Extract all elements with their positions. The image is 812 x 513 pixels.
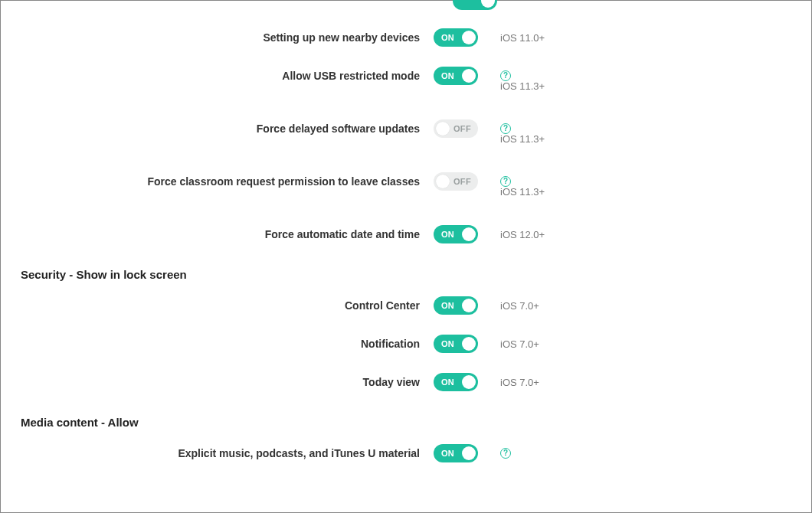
- version-row-delayed-updates: iOS 11.3+: [1, 133, 811, 145]
- toggle-classroom-leave[interactable]: OFF: [434, 172, 478, 191]
- toggle-knob: [462, 227, 476, 241]
- toggle-on-label: ON: [441, 377, 454, 387]
- version-row-classroom-leave: iOS 11.3+: [1, 186, 811, 198]
- section-header-lock-screen: Security - Show in lock screen: [1, 263, 811, 296]
- version-label: iOS 7.0+: [500, 300, 539, 312]
- version-label: iOS 12.0+: [500, 229, 545, 240]
- toggle-usb-restricted[interactable]: ON: [434, 67, 478, 85]
- toggle-knob: [436, 122, 450, 136]
- setting-label: Notification: [1, 338, 434, 350]
- toggle-knob: [462, 31, 476, 44]
- help-icon[interactable]: ?: [500, 176, 511, 187]
- version-label: iOS 11.0+: [500, 32, 545, 44]
- setting-label: Setting up new nearby devices: [1, 31, 434, 44]
- toggle-nearby-devices[interactable]: ON: [434, 28, 478, 47]
- toggle-explicit[interactable]: ON: [434, 444, 478, 462]
- toggle-control-center[interactable]: ON: [434, 296, 478, 315]
- toggle-today-view[interactable]: ON: [434, 373, 478, 391]
- setting-row-explicit: Explicit music, podcasts, and iTunes U m…: [1, 444, 811, 462]
- toggle-knob: [481, 0, 495, 8]
- toggle-notification[interactable]: ON: [434, 335, 478, 353]
- setting-row-today-view: Today view ON iOS 7.0+: [1, 373, 811, 391]
- toggle-knob: [462, 337, 476, 351]
- toggle-knob: [436, 175, 450, 188]
- toggle-on-label: ON: [441, 339, 454, 348]
- toggle-knob: [462, 69, 476, 83]
- toggle-on-label: ON: [441, 33, 454, 42]
- version-label: iOS 7.0+: [500, 377, 539, 388]
- setting-row-control-center: Control Center ON iOS 7.0+: [1, 296, 811, 315]
- toggle-on-label: ON: [441, 301, 454, 310]
- toggle-off-label: OFF: [453, 177, 471, 186]
- setting-row-auto-datetime: Force automatic date and time ON iOS 12.…: [1, 225, 811, 243]
- help-icon[interactable]: ?: [500, 70, 511, 81]
- toggle-knob: [462, 446, 476, 460]
- toggle-partial-top[interactable]: [453, 0, 497, 10]
- section-header-media-content: Media content - Allow: [1, 411, 811, 444]
- toggle-off-label: OFF: [453, 124, 471, 133]
- version-label: iOS 11.3+: [491, 186, 545, 198]
- help-icon[interactable]: ?: [500, 123, 511, 134]
- toggle-auto-datetime[interactable]: ON: [434, 225, 478, 243]
- setting-label: Force automatic date and time: [1, 228, 434, 240]
- setting-label: Control Center: [1, 299, 434, 312]
- toggle-on-label: ON: [441, 449, 454, 458]
- toggle-on-label: ON: [441, 71, 454, 80]
- toggle-delayed-updates[interactable]: OFF: [434, 119, 478, 138]
- help-icon[interactable]: ?: [500, 448, 511, 459]
- toggle-on-label: ON: [441, 230, 454, 239]
- setting-label: Explicit music, podcasts, and iTunes U m…: [1, 447, 434, 459]
- setting-row-nearby-devices: Setting up new nearby devices ON iOS 11.…: [1, 28, 811, 47]
- version-label: iOS 11.3+: [491, 133, 545, 145]
- version-label: iOS 7.0+: [500, 338, 539, 350]
- version-label: iOS 11.3+: [491, 80, 545, 92]
- setting-label: Today view: [1, 376, 434, 388]
- toggle-knob: [462, 375, 476, 389]
- setting-row-notification: Notification ON iOS 7.0+: [1, 335, 811, 353]
- toggle-knob: [462, 299, 476, 312]
- version-row-usb-restricted: iOS 11.3+: [1, 80, 811, 92]
